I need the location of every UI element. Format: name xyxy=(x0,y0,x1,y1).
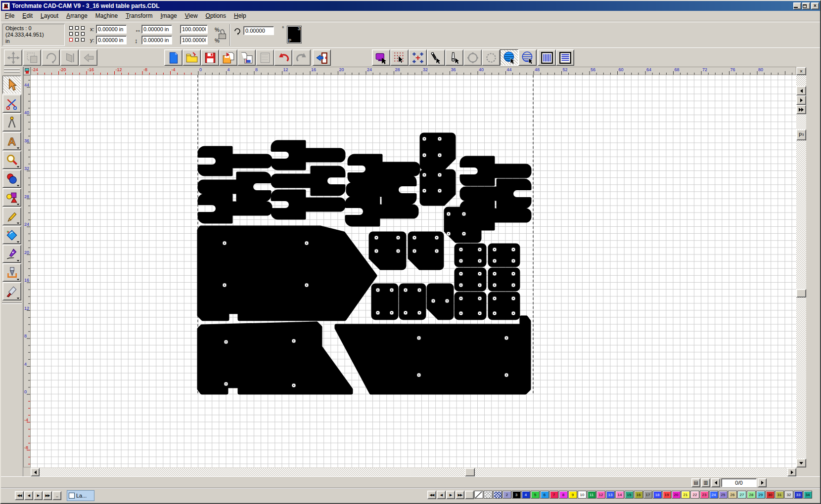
palette-last-button[interactable]: ▶▶ xyxy=(456,491,464,499)
height-field[interactable] xyxy=(141,36,172,44)
width-field[interactable] xyxy=(141,25,172,34)
plate-part[interactable] xyxy=(455,268,486,291)
move-tool-button[interactable] xyxy=(4,49,22,66)
pager-prev-button[interactable] xyxy=(711,478,720,487)
anchor-cell[interactable] xyxy=(69,32,73,36)
page-prev-button[interactable] xyxy=(796,86,806,95)
fork-part[interactable] xyxy=(272,141,344,169)
palette-blank-button[interactable] xyxy=(465,491,474,499)
anchor-cell[interactable] xyxy=(81,38,85,42)
plate-part[interactable] xyxy=(372,284,398,319)
dot-select-button[interactable] xyxy=(390,49,409,66)
palette-swatch-9[interactable]: 9 xyxy=(568,491,577,499)
menu-edit[interactable]: Edit xyxy=(18,11,37,20)
palette-swatch-11[interactable]: 11 xyxy=(587,491,596,499)
large-plate-part[interactable] xyxy=(199,227,375,319)
plate-part[interactable] xyxy=(489,244,519,266)
layer-tab[interactable]: La... xyxy=(67,490,94,501)
render-solid-button[interactable] xyxy=(500,49,518,66)
pager-next-button[interactable] xyxy=(758,478,767,487)
anchor-cell[interactable] xyxy=(81,26,85,30)
anchor-cell[interactable] xyxy=(75,32,79,36)
plate-select-button[interactable]: P³ xyxy=(796,129,806,140)
palette-swatch-23[interactable]: 23 xyxy=(700,491,709,499)
plate-part[interactable] xyxy=(489,268,519,291)
palette-next-button[interactable]: ▶ xyxy=(446,491,455,499)
y-position-field[interactable] xyxy=(96,36,127,44)
drawing-canvas[interactable] xyxy=(31,75,796,467)
palette-swatch-32[interactable]: 32 xyxy=(784,491,793,499)
zoom-tool-button[interactable] xyxy=(2,151,21,169)
palette-swatch-13[interactable]: 13 xyxy=(606,491,615,499)
rotation-field[interactable] xyxy=(243,26,274,35)
knife-tool-button[interactable] xyxy=(2,282,21,300)
hatch-horizontal-button[interactable] xyxy=(556,49,574,66)
anchor-cell[interactable] xyxy=(69,26,73,30)
palette-swatch-26[interactable]: 26 xyxy=(728,491,737,499)
palette-swatch-3[interactable]: 3 xyxy=(512,491,521,499)
nav-prev-button[interactable]: ◀ xyxy=(24,491,33,500)
scroll-left-button[interactable] xyxy=(31,468,40,476)
nav-first-button[interactable]: ◀◀ xyxy=(15,491,24,500)
palette-swatch-2[interactable]: 2 xyxy=(502,491,511,499)
nav-more-button[interactable]: ... xyxy=(52,491,61,500)
palette-swatch-5[interactable]: 5 xyxy=(531,491,540,499)
fork-part[interactable] xyxy=(199,147,271,175)
menu-file[interactable]: File xyxy=(1,11,18,20)
anchor-cell[interactable] xyxy=(75,26,79,30)
snap-grid-button[interactable] xyxy=(409,49,427,66)
pencil-tool-button[interactable] xyxy=(2,207,21,225)
node-edit-b-button[interactable] xyxy=(445,49,463,66)
palette-swatch-6[interactable]: 6 xyxy=(540,491,549,499)
palette-swatch-7[interactable]: 7 xyxy=(549,491,558,499)
palette-swatch-14[interactable]: 14 xyxy=(615,491,624,499)
palette-swatch-4[interactable]: 4 xyxy=(521,491,530,499)
palette-swatch-30[interactable]: 30 xyxy=(766,491,775,499)
minimize-button[interactable] xyxy=(793,2,801,9)
scroll-right-button[interactable] xyxy=(787,468,796,476)
menu-arrange[interactable]: Arrange xyxy=(62,11,91,20)
circle-outline-a-button[interactable] xyxy=(463,49,482,66)
pen-tool-button[interactable] xyxy=(2,245,21,263)
shapes-tool-button[interactable] xyxy=(2,169,21,188)
palette-swatch[interactable] xyxy=(493,491,502,499)
plate-part[interactable] xyxy=(400,284,425,319)
page-last-button[interactable] xyxy=(796,105,806,114)
sim-view-button[interactable] xyxy=(372,49,390,66)
close-ruler-button[interactable]: × xyxy=(796,67,806,75)
undo-button[interactable] xyxy=(274,49,292,66)
menu-view[interactable]: View xyxy=(181,11,202,20)
plate-page-indicator[interactable]: 3 P xyxy=(287,26,302,43)
scroll-down-button[interactable] xyxy=(796,459,806,467)
flip-tool-button[interactable] xyxy=(79,49,97,66)
palette-swatch-29[interactable]: 29 xyxy=(756,491,765,499)
plate-part[interactable] xyxy=(489,293,519,319)
anchor-point-selector[interactable] xyxy=(69,26,87,45)
menu-help[interactable]: Help xyxy=(230,11,250,20)
plate-part[interactable] xyxy=(455,244,486,266)
menu-layout[interactable]: Layout xyxy=(37,11,62,20)
node-edit-a-button[interactable] xyxy=(427,49,445,66)
text-tool-button[interactable]: A xyxy=(2,132,21,150)
palette-swatch-20[interactable]: 20 xyxy=(672,491,681,499)
polygon-tool-button[interactable] xyxy=(2,188,21,207)
large-plate-part[interactable] xyxy=(336,317,529,393)
anchor-cell[interactable] xyxy=(81,32,85,36)
compass-tool-button[interactable] xyxy=(2,113,21,131)
menu-transform[interactable]: Transform xyxy=(122,11,156,20)
palette-swatch-22[interactable]: 22 xyxy=(690,491,699,499)
menu-options[interactable]: Options xyxy=(202,11,230,20)
copy-sheet-button[interactable]: ▤ xyxy=(691,478,700,487)
palette-swatch-18[interactable]: 18 xyxy=(653,491,662,499)
anchor-cell[interactable] xyxy=(69,38,73,42)
import-file-button[interactable] xyxy=(219,49,237,66)
print-grid-button[interactable] xyxy=(256,49,274,66)
rotate-tool-button[interactable] xyxy=(42,49,60,66)
palette-swatch[interactable] xyxy=(474,491,483,499)
anchor-cell[interactable] xyxy=(75,38,79,42)
horizontal-scroll-thumb[interactable] xyxy=(465,468,475,476)
large-plate-part[interactable] xyxy=(199,323,351,393)
exit-app-button[interactable] xyxy=(313,49,331,66)
nav-last-button[interactable]: ▶▶ xyxy=(43,491,52,500)
palette-swatch-27[interactable]: 27 xyxy=(737,491,746,499)
